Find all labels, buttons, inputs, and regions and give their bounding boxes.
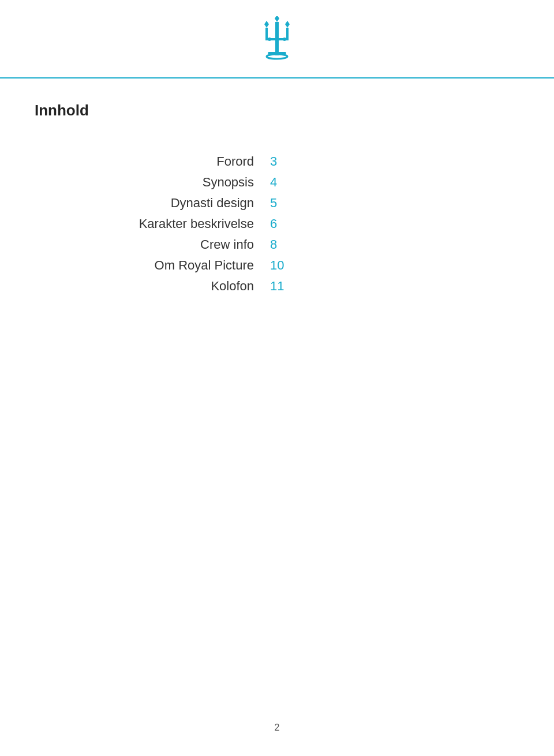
toc-row-forord: Forord 3 [69, 154, 519, 169]
toc-page-royal: 10 [270, 258, 293, 273]
toc-row-royal: Om Royal Picture 10 [69, 258, 519, 273]
page-number: 2 [275, 723, 280, 732]
main-content: Innhold Forord 3 Synopsis 4 Dynasti desi… [0, 78, 554, 756]
toc-label-crew: Crew info [69, 237, 254, 252]
svg-point-9 [267, 54, 287, 59]
table-of-contents: Forord 3 Synopsis 4 Dynasti design 5 Kar… [69, 154, 519, 300]
logo-container [260, 16, 294, 65]
svg-rect-4 [275, 22, 279, 39]
page-title: Innhold [35, 102, 519, 119]
toc-page-karakter: 6 [270, 216, 293, 231]
header [0, 0, 554, 78]
toc-page-crew: 8 [270, 237, 293, 252]
page: Innhold Forord 3 Synopsis 4 Dynasti desi… [0, 0, 554, 756]
svg-marker-6 [285, 21, 290, 28]
toc-row-karakter: Karakter beskrivelse 6 [69, 216, 519, 231]
page-footer: 2 [0, 723, 554, 733]
toc-page-dynasti: 5 [270, 196, 293, 211]
svg-point-10 [268, 38, 271, 41]
svg-point-11 [283, 38, 286, 41]
toc-label-synopsis: Synopsis [69, 175, 254, 190]
toc-label-karakter: Karakter beskrivelse [69, 216, 254, 231]
toc-label-dynasti: Dynasti design [69, 196, 254, 211]
toc-page-synopsis: 4 [270, 175, 293, 190]
toc-page-forord: 3 [270, 154, 293, 169]
toc-row-crew: Crew info 8 [69, 237, 519, 252]
toc-label-kolofon: Kolofon [69, 279, 254, 294]
toc-row-dynasti: Dynasti design 5 [69, 196, 519, 211]
svg-rect-2 [265, 28, 268, 40]
logo-icon [260, 16, 294, 62]
svg-marker-5 [264, 21, 269, 28]
toc-row-synopsis: Synopsis 4 [69, 175, 519, 190]
toc-label-royal: Om Royal Picture [69, 258, 254, 273]
toc-page-kolofon: 11 [270, 279, 293, 294]
svg-rect-3 [286, 28, 289, 40]
toc-label-forord: Forord [69, 154, 254, 169]
toc-row-kolofon: Kolofon 11 [69, 279, 519, 294]
svg-marker-7 [275, 16, 279, 22]
